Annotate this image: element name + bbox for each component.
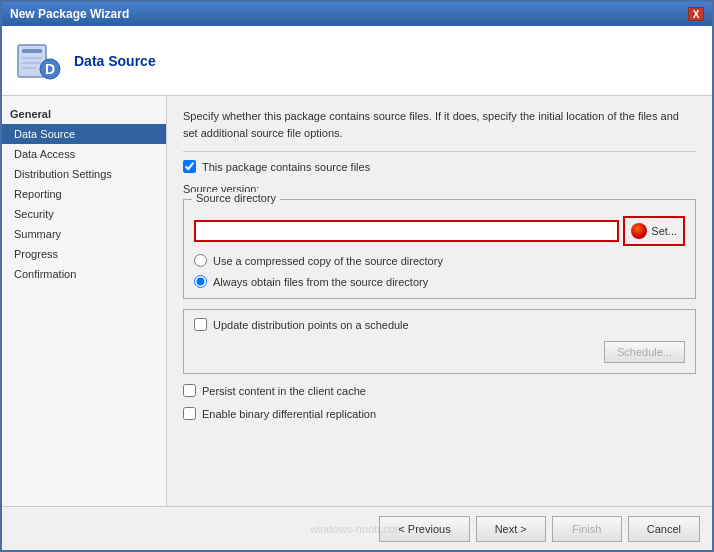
schedule-btn-row: Schedule... <box>194 341 685 363</box>
set-button-label: Set... <box>651 225 677 237</box>
radio-compressed-label: Use a compressed copy of the source dire… <box>213 255 443 267</box>
separator <box>183 151 696 152</box>
schedule-checkbox-label: Update distribution points on a schedule <box>213 319 409 331</box>
content-area: Specify whether this package contains so… <box>167 96 712 506</box>
set-icon <box>631 223 647 239</box>
previous-button[interactable]: < Previous <box>379 516 469 542</box>
radio-compressed[interactable] <box>194 254 207 267</box>
source-directory-group: Source directory Set... Use a compressed… <box>183 199 696 299</box>
footer: windows-noob.com < Previous Next > Finis… <box>2 506 712 550</box>
sidebar-item-security[interactable]: Security <box>2 204 166 224</box>
schedule-checkbox-row: Update distribution points on a schedule <box>194 318 685 331</box>
sidebar-item-reporting[interactable]: Reporting <box>2 184 166 204</box>
wizard-header: D Data Source <box>2 26 712 96</box>
radio-always-obtain[interactable] <box>194 275 207 288</box>
svg-rect-1 <box>22 49 42 53</box>
source-directory-group-title: Source directory <box>192 192 280 204</box>
schedule-checkbox[interactable] <box>194 318 207 331</box>
header-title: Data Source <box>74 53 156 69</box>
radio-always-obtain-row: Always obtain files from the source dire… <box>194 275 685 288</box>
description-text: Specify whether this package contains so… <box>183 108 696 141</box>
sidebar-item-summary[interactable]: Summary <box>2 224 166 244</box>
main-area: General Data Source Data Access Distribu… <box>2 96 712 506</box>
binary-diff-label: Enable binary differential replication <box>202 408 376 420</box>
svg-rect-3 <box>22 62 42 64</box>
window-title: New Package Wizard <box>10 7 129 21</box>
sidebar-item-confirmation[interactable]: Confirmation <box>2 264 166 284</box>
set-button[interactable]: Set... <box>623 216 685 246</box>
sidebar-item-data-source[interactable]: Data Source <box>2 124 166 144</box>
wizard-window: New Package Wizard X D Data Source Gener… <box>0 0 714 552</box>
bottom-section: Persist content in the client cache Enab… <box>183 384 696 420</box>
persist-checkbox-row: Persist content in the client cache <box>183 384 696 397</box>
title-bar: New Package Wizard X <box>2 2 712 26</box>
binary-diff-checkbox[interactable] <box>183 407 196 420</box>
sidebar-item-data-access[interactable]: Data Access <box>2 144 166 164</box>
persist-checkbox[interactable] <box>183 384 196 397</box>
next-button[interactable]: Next > <box>476 516 546 542</box>
persist-label: Persist content in the client cache <box>202 385 366 397</box>
cancel-button[interactable]: Cancel <box>628 516 700 542</box>
sidebar-item-progress[interactable]: Progress <box>2 244 166 264</box>
sidebar-item-distribution-settings[interactable]: Distribution Settings <box>2 164 166 184</box>
radio-compressed-row: Use a compressed copy of the source dire… <box>194 254 685 267</box>
source-dir-row: Set... <box>194 216 685 246</box>
close-button[interactable]: X <box>688 7 704 21</box>
svg-rect-2 <box>22 57 42 59</box>
binary-diff-checkbox-row: Enable binary differential replication <box>183 407 696 420</box>
source-files-label: This package contains source files <box>202 161 370 173</box>
svg-text:D: D <box>45 61 55 77</box>
sidebar-group-label: General <box>2 104 166 124</box>
schedule-group: Update distribution points on a schedule… <box>183 309 696 374</box>
source-files-checkbox-row: This package contains source files <box>183 160 696 173</box>
finish-button[interactable]: Finish <box>552 516 622 542</box>
sidebar: General Data Source Data Access Distribu… <box>2 96 167 506</box>
source-files-checkbox[interactable] <box>183 160 196 173</box>
schedule-button[interactable]: Schedule... <box>604 341 685 363</box>
source-dir-input[interactable] <box>194 220 619 242</box>
header-icon: D <box>14 37 62 85</box>
radio-always-obtain-label: Always obtain files from the source dire… <box>213 276 428 288</box>
svg-rect-4 <box>22 67 36 69</box>
